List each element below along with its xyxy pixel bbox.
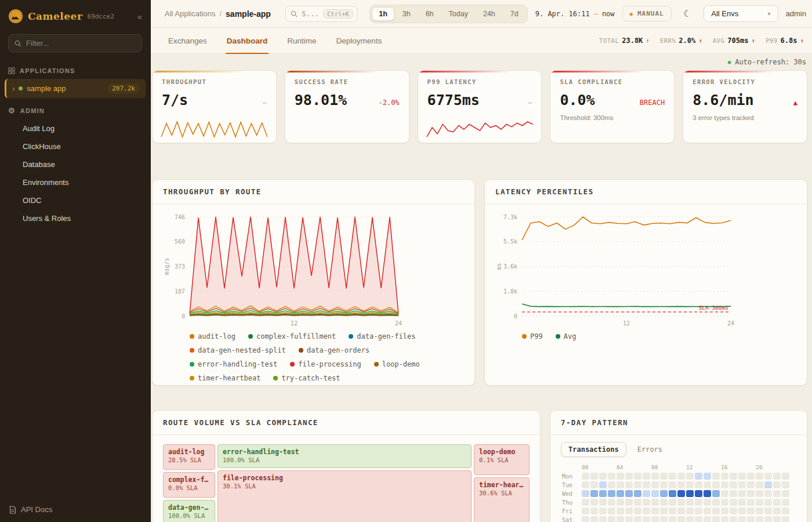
legend-item-file-processing[interactable]: file-processing bbox=[290, 360, 361, 368]
env-selector[interactable]: All Envs ▾ bbox=[704, 5, 778, 22]
latency-line-chart: 7.3k5.5k3.6k1.8k01224msSLA 300ms bbox=[495, 211, 739, 330]
time-range-1h[interactable]: 1h bbox=[372, 7, 394, 21]
date-range-picker[interactable]: 9. Apr. 16:11 – now bbox=[535, 10, 615, 18]
bottom-row: ROUTE VOLUME VS SLA COMPLIANCE audit-log… bbox=[152, 410, 807, 522]
api-docs-link[interactable]: API Docs bbox=[9, 505, 52, 514]
heatmap-hour-label: 04 bbox=[617, 464, 624, 471]
sidebar-collapse-button[interactable]: « bbox=[137, 12, 142, 21]
legend-item-audit-log[interactable]: audit-log bbox=[190, 332, 235, 340]
treemap-node-data-gen-files[interactable]: data-gen-files100.0% SLA bbox=[163, 500, 215, 522]
tab-dashboard[interactable]: Dashboard bbox=[226, 28, 269, 53]
heatmap-cell bbox=[599, 490, 607, 497]
heatmap-cell bbox=[669, 499, 676, 506]
latency-chart-body: 7.3k5.5k3.6k1.8k01224msSLA 300ms P99Avg bbox=[485, 204, 807, 340]
heatmap-cell bbox=[704, 473, 711, 480]
route-sla-value: 0.1% SLA bbox=[479, 456, 524, 463]
trend-up-icon: ↑ bbox=[646, 37, 650, 45]
throughput-area-chart: 74656037318701224msg/s bbox=[163, 211, 407, 330]
time-range-3h[interactable]: 3h bbox=[396, 7, 418, 21]
filter-input[interactable] bbox=[26, 39, 136, 48]
legend-item-avg[interactable]: Avg bbox=[556, 332, 577, 340]
treemap-node-audit-log[interactable]: audit-log28.5% SLA bbox=[163, 444, 215, 470]
time-range-6h[interactable]: 6h bbox=[419, 7, 441, 21]
time-range-7d[interactable]: 7d bbox=[503, 7, 525, 21]
kpi-card-success-rate: SUCCESS RATE98.01%-2.0% bbox=[285, 70, 409, 143]
time-range-24h[interactable]: 24h bbox=[476, 7, 502, 21]
status-dot-icon bbox=[19, 86, 23, 90]
moon-icon: ☾ bbox=[683, 8, 691, 19]
legend-item-data-gen-files[interactable]: data-gen-files bbox=[349, 332, 415, 340]
global-search[interactable]: S... Ctrl+K bbox=[285, 6, 357, 22]
admin-section-header: ⚙ ADMIN bbox=[0, 98, 150, 119]
manual-refresh-button[interactable]: ● MANUAL bbox=[622, 6, 672, 21]
kpi-value-row: 8.6/min▲ bbox=[693, 92, 798, 108]
treemap-node-complex-fulfillment[interactable]: complex-fulfillment0.0% SLA bbox=[163, 472, 215, 498]
heatmap-cell bbox=[738, 507, 746, 514]
treemap-node-timer-heartbeat[interactable]: timer-heartbeat30.6% SLA bbox=[474, 477, 530, 522]
current-user[interactable]: admin bbox=[786, 9, 806, 18]
sidebar-item-database[interactable]: Database bbox=[0, 155, 150, 173]
legend-item-loop-demo[interactable]: loop-demo bbox=[374, 360, 420, 368]
heatmap-cell bbox=[712, 516, 720, 522]
heatmap-hour-label bbox=[608, 464, 615, 471]
heatmap-cell bbox=[773, 516, 781, 522]
admin-header-label: ADMIN bbox=[20, 107, 45, 114]
heatmap-cell bbox=[738, 481, 746, 488]
heatmap-cell bbox=[764, 516, 772, 522]
sidebar-item-sample-app[interactable]: › sample app 207.2k bbox=[5, 79, 146, 98]
treemap-node-error-handling-test[interactable]: error-handling-test100.0% SLA bbox=[217, 444, 472, 468]
route-volume-sla-panel: ROUTE VOLUME VS SLA COMPLIANCE audit-log… bbox=[152, 410, 541, 522]
tab-exchanges[interactable]: Exchanges bbox=[167, 28, 208, 53]
heatmap-hour-label: 08 bbox=[651, 464, 659, 471]
legend-dot bbox=[374, 362, 379, 367]
heatmap-cell bbox=[599, 481, 607, 488]
tab-deployments[interactable]: Deployments bbox=[335, 28, 383, 53]
toggle-transactions[interactable]: Transactions bbox=[561, 442, 626, 457]
sidebar-header: Cameleer 69dcce2 « bbox=[0, 0, 150, 27]
toggle-errors[interactable]: Errors bbox=[630, 442, 670, 457]
heatmap-cell bbox=[695, 481, 702, 488]
sidebar-item-oidc[interactable]: OIDC bbox=[0, 191, 150, 209]
legend-item-data-gen-orders[interactable]: data-gen-orders bbox=[299, 346, 369, 354]
breadcrumb-separator: / bbox=[219, 9, 222, 18]
treemap-node-loop-demo[interactable]: loop-demo0.1% SLA bbox=[474, 444, 530, 475]
legend-item-data-gen-nested-split[interactable]: data-gen-nested-split bbox=[190, 346, 286, 354]
treemap-node-file-processing[interactable]: file-processing30.1% SLA bbox=[217, 470, 472, 522]
breadcrumb-all-applications[interactable]: All Applications bbox=[165, 9, 215, 18]
theme-toggle-button[interactable]: ☾ bbox=[679, 5, 697, 23]
legend-dot bbox=[190, 334, 194, 339]
heatmap-cell bbox=[651, 516, 659, 522]
time-range-today[interactable]: Today bbox=[442, 7, 475, 21]
heatmap-hour-label bbox=[599, 464, 607, 471]
legend-item-timer-heartbeat[interactable]: timer-heartbeat bbox=[190, 374, 260, 382]
throughput-chart-body: 74656037318701224msg/s audit-logcomplex-… bbox=[153, 204, 474, 382]
sidebar-item-environments[interactable]: Environments bbox=[0, 173, 150, 191]
sidebar-item-clickhouse[interactable]: ClickHouse bbox=[0, 137, 150, 155]
heatmap-cell bbox=[712, 473, 720, 480]
heatmap-cell bbox=[730, 481, 737, 488]
legend-dot bbox=[190, 376, 194, 380]
legend-item-complex-fulfillment[interactable]: complex-fulfillment bbox=[248, 332, 336, 340]
legend-item-p99[interactable]: P99 bbox=[522, 332, 543, 340]
kpi-accent-bar bbox=[285, 71, 409, 72]
heatmap-cell bbox=[695, 516, 702, 522]
heatmap-cell bbox=[634, 490, 641, 497]
app-root: Cameleer 69dcce2 « APPLICATIONS › bbox=[0, 0, 812, 522]
legend-item-try-catch-test[interactable]: try-catch-test bbox=[273, 374, 340, 382]
legend-label: Avg bbox=[564, 332, 577, 340]
route-name: data-gen-files bbox=[168, 503, 210, 512]
trend-up-icon: ↑ bbox=[698, 37, 702, 45]
legend-dot bbox=[556, 334, 560, 339]
sidebar-filter[interactable] bbox=[8, 34, 142, 52]
legend-item-error-handling-test[interactable]: error-handling-test bbox=[190, 360, 277, 368]
camel-logo-icon bbox=[8, 9, 23, 24]
throughput-by-route-panel: THROUGHPUT BY ROUTE 74656037318701224msg… bbox=[152, 179, 475, 386]
heatmap-cell bbox=[738, 490, 746, 497]
sidebar-item-audit-log[interactable]: Audit Log bbox=[0, 119, 150, 137]
topbar: All Applications / sample-app S... Ctrl+… bbox=[151, 0, 812, 28]
sidebar-item-users-roles[interactable]: Users & Roles bbox=[0, 209, 150, 227]
tab-runtime[interactable]: Runtime bbox=[286, 28, 317, 53]
heatmap-cell bbox=[582, 473, 589, 480]
svg-text:187: 187 bbox=[175, 288, 185, 295]
heatmap-cell bbox=[617, 516, 624, 522]
